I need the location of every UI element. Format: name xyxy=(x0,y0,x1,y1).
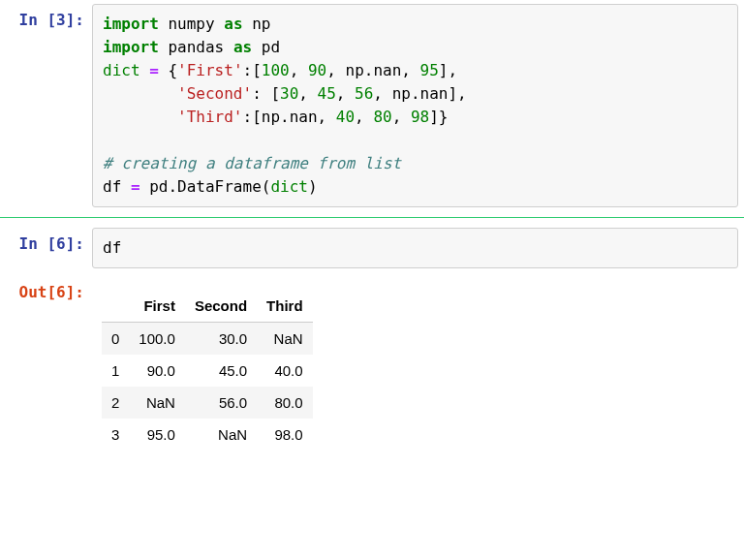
row-index: 1 xyxy=(102,355,129,387)
cell-2-prompt: In [6]: xyxy=(0,228,92,253)
module-pandas: pandas xyxy=(168,38,224,56)
expr-df: df xyxy=(103,238,121,257)
cell-value: 30.0 xyxy=(185,323,257,356)
output-area: First Second Third 0 100.0 30.0 NaN 1 90… xyxy=(92,276,744,451)
alias-np: np xyxy=(252,15,270,33)
col-third: Third xyxy=(257,290,313,323)
row-index: 3 xyxy=(102,419,129,451)
cell-value: NaN xyxy=(129,387,185,419)
brace-open: { xyxy=(168,61,177,79)
cell-value: NaN xyxy=(185,419,257,451)
keyword-as: as xyxy=(224,15,242,33)
module-numpy: numpy xyxy=(168,15,214,33)
cell-2-code[interactable]: df xyxy=(92,228,738,268)
output-prompt: Out[6]: xyxy=(0,276,92,301)
op-assign: = xyxy=(121,177,149,196)
op-assign: = xyxy=(140,61,169,79)
str-third: 'Third' xyxy=(177,108,242,126)
code-cell-1: In [3]: import numpy as np import pandas… xyxy=(0,0,744,211)
cell-value: 95.0 xyxy=(129,419,185,451)
cell-value: 100.0 xyxy=(129,323,185,356)
cell-value: NaN xyxy=(257,323,313,356)
col-second: Second xyxy=(185,290,257,323)
cell-value: 80.0 xyxy=(257,387,313,419)
col-index xyxy=(102,290,129,323)
table-row: 0 100.0 30.0 NaN xyxy=(102,323,313,356)
cell-1-prompt: In [3]: xyxy=(0,4,92,29)
dataframe-table: First Second Third 0 100.0 30.0 NaN 1 90… xyxy=(102,290,313,451)
comment-line: # creating a dataframe from list xyxy=(103,154,401,172)
keyword-import: import xyxy=(103,15,159,33)
table-row: 2 NaN 56.0 80.0 xyxy=(102,387,313,419)
keyword-import: import xyxy=(103,38,159,56)
table-header-row: First Second Third xyxy=(102,290,313,323)
alias-pd: pd xyxy=(262,38,280,56)
cell-value: 90.0 xyxy=(129,355,185,387)
cell-divider xyxy=(0,217,744,218)
col-first: First xyxy=(129,290,185,323)
call-dataframe: pd.DataFrame( xyxy=(149,177,270,196)
row-index: 2 xyxy=(102,387,129,419)
cell-value: 98.0 xyxy=(257,419,313,451)
code-cell-2: In [6]: df xyxy=(0,224,744,272)
table-row: 1 90.0 45.0 40.0 xyxy=(102,355,313,387)
cell-1-code[interactable]: import numpy as np import pandas as pd d… xyxy=(92,4,738,207)
name-df: df xyxy=(103,177,121,196)
keyword-as: as xyxy=(233,38,252,56)
row-index: 0 xyxy=(102,323,129,356)
str-second: 'Second' xyxy=(177,84,252,103)
output-cell: Out[6]: First Second Third 0 100.0 30.0 … xyxy=(0,272,744,454)
cell-value: 45.0 xyxy=(185,355,257,387)
cell-value: 40.0 xyxy=(257,355,313,387)
table-row: 3 95.0 NaN 98.0 xyxy=(102,419,313,451)
name-dict: dict xyxy=(103,61,140,79)
cell-value: 56.0 xyxy=(185,387,257,419)
str-first: 'First' xyxy=(177,61,242,79)
arg-dict: dict xyxy=(270,177,308,196)
